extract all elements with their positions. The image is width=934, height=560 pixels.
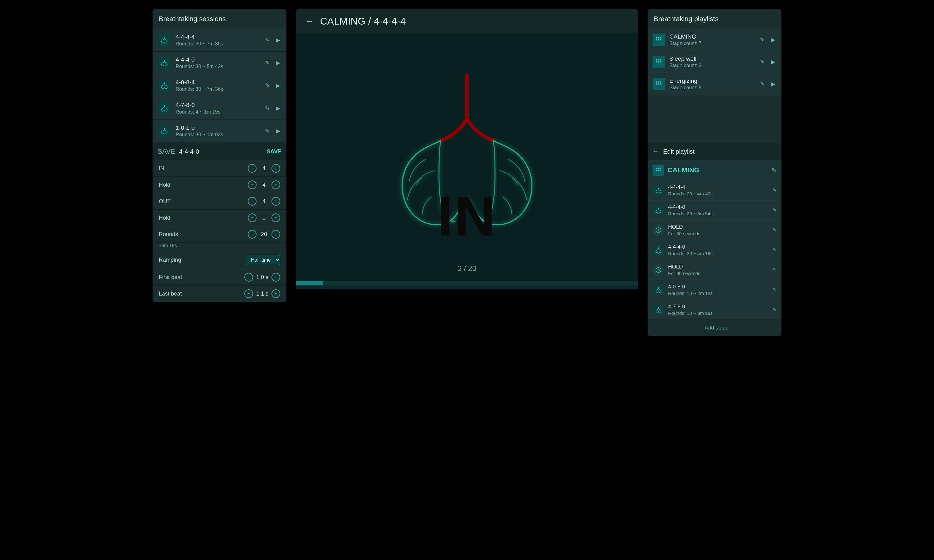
lung-icon bbox=[157, 102, 171, 115]
stage-edit-icon[interactable]: ✎ bbox=[772, 267, 777, 273]
stage-edit-icon[interactable]: ✎ bbox=[772, 307, 777, 313]
stage-clock-icon bbox=[653, 264, 664, 276]
svg-rect-7 bbox=[660, 37, 661, 38]
add-stage-button[interactable]: + Add stage bbox=[647, 320, 781, 336]
lastbeat-value: 1.1 s bbox=[256, 291, 268, 297]
session-item[interactable]: 4-4-4-4 Rounds: 30 ~ 7m 36s ✎ ▶ bbox=[153, 29, 287, 52]
playlist-item-calming[interactable]: CALMING Stage count: 7 ✎ ▶ bbox=[647, 29, 781, 51]
stage-lung-icon bbox=[653, 304, 664, 316]
playlist-title-area: CALMING ✎ bbox=[647, 160, 781, 180]
play-icon[interactable]: ▶ bbox=[274, 81, 281, 90]
edit-playlist-panel: ← Edit playlist CALMING ✎ 4-4-4-4 bbox=[647, 143, 781, 336]
play-icon[interactable]: ▶ bbox=[274, 35, 281, 45]
playlist-name: Energizing bbox=[669, 77, 759, 84]
stage-name: 4-4-4-0 bbox=[668, 204, 769, 210]
param-rounds: Rounds − 20 + bbox=[153, 226, 287, 243]
playlist-play-icon[interactable]: ▶ bbox=[770, 35, 777, 45]
stage-item-4[interactable]: 4-4-4-0 Rounds: 20 ~ 4m 18s ✎ bbox=[647, 240, 781, 260]
play-icon[interactable]: ▶ bbox=[274, 126, 281, 135]
edit-back-button[interactable]: SAVE bbox=[157, 148, 175, 155]
svg-rect-9 bbox=[658, 39, 660, 40]
stage-edit-icon[interactable]: ✎ bbox=[772, 247, 777, 253]
session-actions: ✎ ▶ bbox=[264, 126, 281, 135]
stage-info: HOLD For 30 seconds bbox=[668, 224, 769, 236]
firstbeat-decrement-button[interactable]: − bbox=[244, 273, 253, 282]
playlist-edit-icon[interactable]: ✎ bbox=[759, 79, 766, 89]
in-increment-button[interactable]: + bbox=[271, 164, 280, 173]
hold2-decrement-button[interactable]: − bbox=[248, 214, 257, 222]
firstbeat-increment-button[interactable]: + bbox=[271, 273, 280, 282]
edit-icon[interactable]: ✎ bbox=[264, 126, 271, 135]
stage-item-2[interactable]: 4-4-4-0 Rounds: 20 ~ 3m 54s ✎ bbox=[647, 200, 781, 220]
stage-detail: For 30 seconds bbox=[668, 231, 769, 236]
in-decrement-button[interactable]: − bbox=[248, 164, 257, 173]
session-item[interactable]: 4-0-8-4 Rounds: 30 ~ 7m 36s ✎ ▶ bbox=[153, 74, 287, 97]
param-in-label: IN bbox=[159, 165, 248, 172]
ramping-select[interactable]: Half-time Linear None bbox=[246, 255, 280, 265]
lastbeat-increment-button[interactable]: + bbox=[271, 289, 280, 298]
playlist-edit-icon[interactable]: ✎ bbox=[759, 57, 766, 66]
svg-rect-15 bbox=[658, 61, 660, 63]
hold2-increment-button[interactable]: + bbox=[271, 214, 280, 222]
svg-rect-32 bbox=[660, 169, 661, 171]
hold1-decrement-button[interactable]: − bbox=[248, 180, 257, 189]
param-hold1-label: Hold bbox=[159, 182, 248, 188]
param-last-beat: Last beat − 1.1 s + bbox=[153, 286, 287, 302]
playlist-name: CALMING bbox=[669, 33, 759, 40]
stage-item-hold1[interactable]: HOLD For 30 seconds ✎ bbox=[647, 220, 781, 240]
edit-icon[interactable]: ✎ bbox=[264, 104, 271, 113]
svg-rect-31 bbox=[658, 169, 659, 171]
hold1-increment-button[interactable]: + bbox=[271, 180, 280, 189]
session-item[interactable]: 1-0-1-0 Rounds: 30 ~ 1m 03s ✎ ▶ bbox=[153, 120, 287, 143]
lung-icon bbox=[157, 124, 171, 138]
svg-rect-4 bbox=[465, 74, 469, 118]
stage-detail: Rounds: 10 ~ 3m 29s bbox=[668, 311, 769, 316]
playlist-play-icon[interactable]: ▶ bbox=[770, 79, 777, 89]
edit-icon[interactable]: ✎ bbox=[264, 81, 271, 90]
stage-item-6[interactable]: 4-0-8-0 Rounds: 10 ~ 2m 12s ✎ bbox=[647, 280, 781, 300]
session-item[interactable]: 4-7-8-0 Rounds: 4 ~ 1m 19s ✎ ▶ bbox=[153, 97, 287, 120]
playlist-item-sleep[interactable]: Sleep well Stage count: 2 ✎ ▶ bbox=[647, 51, 781, 73]
progress-bar-container bbox=[296, 281, 638, 285]
rounds-decrement-button[interactable]: − bbox=[248, 230, 257, 238]
first-beat-controls: − 1.0 s + bbox=[244, 273, 280, 282]
play-icon[interactable]: ▶ bbox=[274, 58, 281, 68]
session-item[interactable]: 4-4-4-0 Rounds: 30 ~ 5m 42s ✎ ▶ bbox=[153, 52, 287, 74]
out-increment-button[interactable]: + bbox=[271, 197, 280, 206]
ep-edit-name-icon[interactable]: ✎ bbox=[772, 167, 777, 174]
svg-rect-20 bbox=[656, 83, 658, 85]
session-rounds: Rounds: 30 ~ 7m 36s bbox=[176, 41, 264, 47]
param-hold2-controls: − 0 + bbox=[248, 214, 280, 222]
stage-item-7[interactable]: 4-7-8-0 Rounds: 10 ~ 3m 29s ✎ bbox=[647, 300, 781, 320]
edit-playlist-header: ← Edit playlist bbox=[647, 143, 781, 160]
stage-item-hold2[interactable]: HOLD For 30 seconds ✎ bbox=[647, 260, 781, 280]
playlist-edit-icon[interactable]: ✎ bbox=[759, 35, 766, 45]
stage-info: 4-4-4-0 Rounds: 20 ~ 3m 54s bbox=[668, 204, 769, 216]
session-name: 4-0-8-4 bbox=[176, 79, 264, 86]
play-icon[interactable]: ▶ bbox=[274, 104, 281, 113]
playlist-item-energizing[interactable]: Energizing Stage count: 5 ✎ ▶ bbox=[647, 73, 781, 95]
stage-edit-icon[interactable]: ✎ bbox=[772, 227, 777, 233]
viz-back-button[interactable]: ← bbox=[305, 17, 314, 26]
stage-detail: Rounds: 20 ~ 4m 40s bbox=[668, 191, 769, 196]
edit-icon[interactable]: ✎ bbox=[264, 35, 271, 45]
stage-edit-icon[interactable]: ✎ bbox=[772, 287, 777, 293]
save-button[interactable]: SAVE bbox=[267, 148, 281, 155]
session-info: 4-7-8-0 Rounds: 4 ~ 1m 19s bbox=[176, 102, 264, 115]
stage-edit-icon[interactable]: ✎ bbox=[772, 207, 777, 213]
stage-edit-icon[interactable]: ✎ bbox=[772, 187, 777, 193]
hold2-value: 0 bbox=[260, 215, 268, 221]
playlist-actions: ✎ ▶ bbox=[759, 57, 777, 66]
edit-icon[interactable]: ✎ bbox=[264, 58, 271, 68]
rounds-increment-button[interactable]: + bbox=[271, 230, 280, 238]
param-out: OUT − 4 + bbox=[153, 193, 287, 210]
param-hold2: Hold − 0 + bbox=[153, 210, 287, 226]
stage-item-1[interactable]: 4-4-4-4 Rounds: 20 ~ 4m 40s ✎ bbox=[647, 180, 781, 200]
breathing-phase-text: IN bbox=[437, 183, 497, 248]
lastbeat-decrement-button[interactable]: − bbox=[244, 289, 253, 298]
last-beat-controls: − 1.1 s + bbox=[244, 289, 280, 298]
edit-playlist-back-button[interactable]: ← bbox=[653, 148, 660, 155]
stage-lung-icon bbox=[653, 244, 664, 256]
playlist-play-icon[interactable]: ▶ bbox=[770, 57, 777, 66]
out-decrement-button[interactable]: − bbox=[248, 197, 257, 206]
